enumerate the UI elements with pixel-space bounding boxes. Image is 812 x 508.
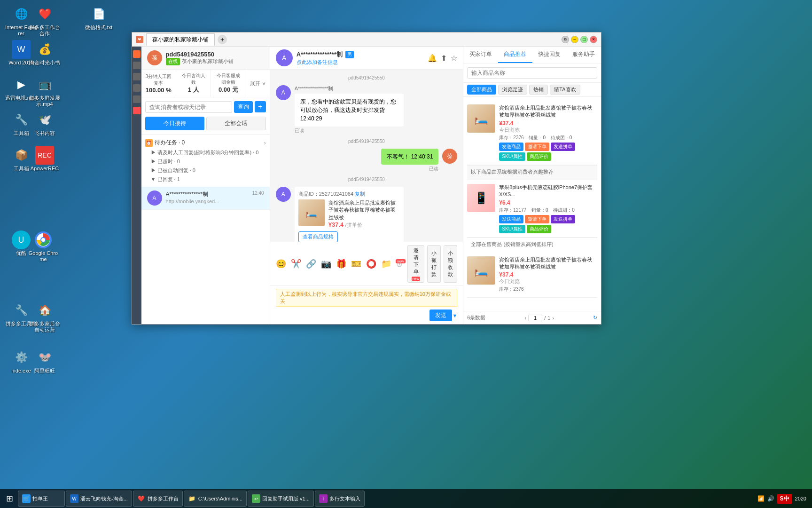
review-btn[interactable]: 商品评价	[527, 152, 551, 161]
list-item[interactable]: A A***************制 http://mobile.yangke…	[141, 187, 270, 210]
view-spec-button[interactable]: 查看商品规格	[298, 231, 338, 242]
sidebar-icon-contacts[interactable]	[133, 95, 141, 103]
taskbar-item-text[interactable]: T 多行文本输入	[315, 491, 365, 507]
search-input[interactable]	[145, 101, 232, 113]
desktop-icon-pdd-work[interactable]: ❤️ 拼多多工作台合作	[28, 5, 61, 37]
restore-button[interactable]: ⧉	[562, 36, 569, 43]
window-tab[interactable]: 葆小豪的私家珍藏小铺	[146, 33, 215, 46]
send-group-btn-2[interactable]: 发送拼单	[551, 215, 575, 223]
sku-btn[interactable]: SKU/属性	[499, 152, 525, 161]
chat-toolbar: 😊 ✂️ 🔗 📷 🎁 🎫 ⭕ 📁 ⏱️ new 邀请下单 new	[270, 242, 463, 286]
link-icon[interactable]: 🔗	[306, 259, 316, 269]
close-button[interactable]: ×	[590, 36, 597, 43]
refresh-icon[interactable]: ↻	[593, 315, 597, 321]
copy-button[interactable]: 复制	[355, 191, 365, 197]
product-browse-1: 今日浏览	[499, 127, 597, 134]
page-input[interactable]	[528, 315, 542, 321]
sub-task-overtime[interactable]: ▶ 已超时 · 0	[151, 157, 266, 166]
scissors-icon[interactable]: ✂️	[291, 259, 301, 269]
sku-btn-2[interactable]: SKU/属性	[499, 225, 525, 233]
tab-buyer-order[interactable]: 买家订单	[463, 47, 498, 63]
desktop-icon-aliwangwang[interactable]: 🐭 阿里旺旺	[28, 348, 61, 374]
gift-icon[interactable]: 🎁	[336, 259, 346, 269]
add-button[interactable]: +	[255, 101, 266, 112]
bell-icon[interactable]: 🔔	[428, 54, 437, 63]
tab-service-helper[interactable]: 服务助手	[567, 47, 601, 63]
start-button[interactable]: ⊞	[2, 491, 17, 506]
sidebar-icon-orders[interactable]	[133, 62, 141, 69]
desktop-icon-feishu[interactable]: 🕊️ 飞书内容	[28, 111, 61, 136]
new-tab-button[interactable]: +	[218, 35, 227, 44]
right-tabs: 买家订单 商品推荐 快捷回复 服务助手	[463, 47, 601, 64]
tab-today[interactable]: 今日接待	[145, 117, 205, 130]
product-search-input[interactable]	[467, 67, 597, 79]
sidebar-icon-stats[interactable]	[133, 84, 141, 92]
taskbar-item-reply[interactable]: ↩ 回复助手试用版 v1...	[248, 491, 314, 507]
ime-indicator[interactable]: S中	[777, 494, 792, 504]
circle-icon[interactable]: ⭕	[366, 259, 376, 269]
desktop-icon-pdd-home[interactable]: 🏠 拼多多家后台自动运营	[28, 301, 61, 333]
taskbar-item-panyun[interactable]: W 潘云飞向钱充-淘金...	[66, 491, 132, 507]
small-pay-button[interactable]: 小额打款	[427, 245, 441, 283]
sidebar-icon-bell[interactable]	[133, 107, 141, 114]
maximize-button[interactable]: □	[580, 36, 588, 43]
desktop-icon-apowerrec[interactable]: REC ApowerREC	[28, 146, 61, 172]
invite-order-button[interactable]: 邀请下单 new	[407, 245, 425, 283]
sidebar-icon-settings[interactable]	[133, 73, 141, 80]
right-product-list: 🛏️ 宾馆酒店亲上用品批发赓馆被子被芯春秋被加厚棉被冬被羽丝绒被 ¥37.4 今…	[463, 97, 601, 311]
desktop-icon-wechat-txt[interactable]: 📄 微信格式.txt	[82, 5, 115, 31]
next-page-btn[interactable]: ›	[552, 315, 554, 321]
sidebar-icon-chat[interactable]	[133, 50, 141, 58]
stat-consult: 今日咨询人数 1 人	[176, 70, 211, 97]
sub-task-auto[interactable]: ▶ 已被自动回复 · 0	[151, 166, 266, 175]
review-btn-2[interactable]: 商品评价	[527, 225, 551, 233]
sub-task-urgent[interactable]: ▶ 请及时人工回复(超时将影响3分钟回复率) · 0	[151, 148, 266, 157]
send-product-btn-2[interactable]: 发送商品	[499, 215, 523, 223]
folder-icon-taskbar: 📁	[188, 494, 196, 503]
share-icon[interactable]: ⬆	[441, 54, 447, 63]
send-area: 发送 ▼	[276, 310, 458, 321]
send-product-btn[interactable]: 发送商品	[499, 143, 523, 151]
taskbar-item-pdd[interactable]: ❤️ 拼多多工作台	[133, 491, 183, 507]
send-dropdown[interactable]: ▼	[452, 313, 457, 318]
filter-all[interactable]: 全部商品	[467, 85, 496, 95]
invite-order-btn-2[interactable]: 邀请下单	[525, 215, 549, 223]
send-group-btn[interactable]: 发送拼单	[551, 143, 575, 151]
search-button[interactable]: 查询	[234, 101, 253, 113]
coupon-icon[interactable]: 🎫	[351, 259, 361, 269]
title-bar: ❤ 葆小豪的私家珍藏小铺 + ⧉ − □ ×	[132, 32, 601, 47]
invite-new-badge: new	[412, 277, 421, 281]
folder-icon[interactable]: 📁	[381, 259, 391, 269]
product-thumb-3: 🛏️	[467, 256, 495, 285]
image-icon[interactable]: 📷	[321, 259, 331, 269]
tab-quick-reply[interactable]: 快捷回复	[532, 47, 567, 63]
star-icon[interactable]: ☆	[451, 54, 457, 63]
filter-hot[interactable]: 热销	[529, 85, 548, 95]
reply-icon: ↩	[252, 494, 260, 503]
product-actions-1: 发送商品 邀请下单 发送拼单 SKU/属性 商品评价	[499, 143, 597, 161]
taskbar-item-folder[interactable]: 📁 C:\Users\Adminis...	[184, 491, 247, 507]
desktop-icon-video2[interactable]: 📺 拼多多群发展示.mp4	[28, 75, 61, 107]
send-button[interactable]: 发送	[429, 310, 452, 321]
tab-all[interactable]: 全部会话	[206, 117, 266, 130]
add-note-link[interactable]: 点此添加备注信息	[297, 59, 424, 66]
desktop-icon-taojin[interactable]: 💰 淘金时光小书	[28, 40, 61, 66]
price-unit: /拼单价	[345, 222, 362, 228]
prev-page-btn[interactable]: ‹	[524, 315, 526, 321]
status-badge: 在线	[166, 58, 180, 65]
filter-guess[interactable]: 猜TA喜欢	[550, 85, 580, 95]
sub-task-replied[interactable]: ▼ 已回复 · 1	[151, 175, 266, 184]
invite-order-btn[interactable]: 邀请下单	[525, 143, 549, 151]
task-pending[interactable]: ⏰ 待办任务 · 0 ›	[145, 137, 266, 148]
desktop-icon-chrome[interactable]: Google Chrome	[27, 230, 60, 262]
minimize-button[interactable]: −	[571, 36, 578, 43]
product-browse-3: 今日浏览	[499, 278, 597, 285]
small-receive-button[interactable]: 小额收款	[444, 245, 457, 283]
taskbar-item-paidan[interactable]: 🛒 拍单王	[18, 491, 65, 507]
emoji-icon[interactable]: 😊	[276, 259, 286, 269]
expand-button[interactable]: 展开 ∨	[246, 80, 270, 87]
tab-product-recommend[interactable]: 商品推荐	[498, 47, 532, 63]
filter-browse[interactable]: 浏览足迹	[498, 85, 527, 95]
also-selling-title: 全部在售商品 (按销量从高到低排序)	[471, 241, 593, 248]
timer-new-btn[interactable]: ⏱️ new	[396, 261, 403, 267]
